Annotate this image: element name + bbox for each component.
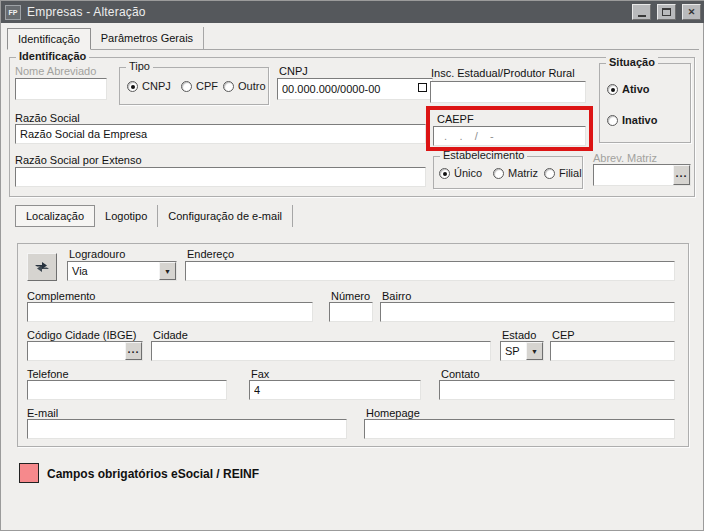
radio-icon: [493, 168, 504, 179]
radio-tipo-outro[interactable]: Outro: [223, 80, 266, 92]
empresas-window: FP Empresas - Alteração ✕ Identificação …: [0, 0, 704, 531]
chevron-down-icon[interactable]: ▼: [526, 342, 543, 360]
radio-estab-filial[interactable]: Filial: [544, 167, 582, 179]
insc-estadual-input[interactable]: [430, 81, 586, 103]
radio-estab-unico-label: Único: [454, 167, 482, 179]
homepage-input[interactable]: [364, 419, 675, 439]
razao-social-extenso-input[interactable]: [15, 167, 426, 187]
numero-input[interactable]: [329, 302, 373, 322]
chevron-down-icon[interactable]: ▼: [159, 262, 176, 280]
tab-identificacao[interactable]: Identificação: [7, 28, 91, 50]
nome-abreviado-input[interactable]: [15, 78, 107, 100]
radio-situacao-ativo-label: Ativo: [622, 83, 650, 95]
complemento-input[interactable]: [27, 302, 313, 322]
endereco-label: Endereço: [187, 248, 234, 260]
radio-icon: [544, 168, 555, 179]
logradouro-label: Logradouro: [69, 248, 125, 260]
radio-situacao-inativo-label: Inativo: [622, 114, 657, 126]
radio-icon: [127, 81, 138, 92]
radio-icon: [223, 81, 234, 92]
estado-label: Estado: [502, 329, 536, 341]
cnpj-label: CNPJ: [279, 65, 308, 77]
endereco-input[interactable]: [185, 261, 675, 281]
fax-label: Fax: [251, 368, 269, 380]
titlebar: FP Empresas - Alteração ✕: [1, 1, 704, 23]
bairro-input[interactable]: [380, 302, 675, 322]
radio-tipo-cpf[interactable]: CPF: [181, 80, 218, 92]
cnpj-input[interactable]: [277, 78, 433, 100]
contato-input[interactable]: [439, 380, 675, 400]
minimize-icon: [638, 15, 646, 17]
maximize-button[interactable]: [657, 4, 676, 20]
situacao-groupbox: Situação: [599, 63, 691, 143]
radio-tipo-cnpj-label: CNPJ: [142, 80, 171, 92]
radio-situacao-inativo[interactable]: Inativo: [607, 114, 657, 126]
codigo-cidade-value[interactable]: [28, 342, 125, 360]
telefone-input[interactable]: [27, 380, 227, 400]
radio-icon: [439, 168, 450, 179]
radio-tipo-cnpj[interactable]: CNPJ: [127, 80, 171, 92]
logradouro-value: Via: [68, 262, 159, 280]
cidade-label: Cidade: [153, 329, 188, 341]
email-label: E-mail: [27, 407, 58, 419]
numero-label: Número: [331, 290, 370, 302]
tab-localizacao[interactable]: Localização: [15, 205, 95, 227]
mask-indicator-icon: [418, 83, 427, 92]
tab-configuracao-email[interactable]: Configuração de e-mail: [158, 205, 293, 227]
radio-icon: [607, 84, 618, 95]
logradouro-combobox[interactable]: Via ▼: [67, 261, 177, 281]
abrev-matriz-label: Abrev. Matriz: [593, 152, 657, 164]
radio-estab-matriz-label: Matriz: [508, 167, 538, 179]
estado-combobox[interactable]: SP ▼: [500, 341, 544, 361]
situacao-group-title: Situação: [606, 56, 658, 68]
swap-arrows-icon: [33, 260, 51, 274]
codigo-cidade-field: ...: [27, 341, 143, 361]
radio-estab-filial-label: Filial: [559, 167, 582, 179]
codigo-cidade-browse-button[interactable]: ...: [125, 342, 142, 360]
telefone-label: Telefone: [27, 368, 69, 380]
bairro-label: Bairro: [382, 290, 411, 302]
identificacao-group-title: Identificação: [16, 50, 89, 62]
app-icon: FP: [5, 5, 21, 20]
complemento-label: Complemento: [27, 290, 95, 302]
sub-tabstrip: Localização Logotipo Configuração de e-m…: [15, 205, 293, 227]
window-title: Empresas - Alteração: [27, 5, 146, 19]
homepage-label: Homepage: [366, 407, 420, 419]
fax-input[interactable]: [249, 380, 421, 400]
cidade-input[interactable]: [151, 341, 491, 361]
close-icon: ✕: [688, 8, 696, 17]
radio-tipo-cpf-label: CPF: [196, 80, 218, 92]
caepf-label: CAEPF: [435, 113, 476, 125]
abrev-matriz-field: ...: [593, 164, 691, 186]
tab-logotipo[interactable]: Logotipo: [95, 205, 158, 227]
maximize-icon: [662, 8, 671, 16]
caepf-input[interactable]: [433, 126, 586, 146]
tipo-group-title: Tipo: [126, 60, 153, 72]
address-swap-button[interactable]: [27, 253, 57, 281]
email-input[interactable]: [27, 419, 347, 439]
razao-social-input[interactable]: [15, 124, 426, 144]
radio-estab-matriz[interactable]: Matriz: [493, 167, 538, 179]
cep-input[interactable]: [550, 341, 675, 361]
main-tabstrip: Identificação Parâmetros Gerais: [7, 28, 699, 50]
razao-social-label: Razão Social: [15, 112, 80, 124]
estabelecimento-group-title: Estabelecimento: [440, 149, 527, 161]
codigo-cidade-label: Código Cidade (IBGE): [27, 329, 136, 341]
legend-text: Campos obrigatórios eSocial / REINF: [47, 467, 259, 481]
tab-parametros-gerais[interactable]: Parâmetros Gerais: [91, 27, 204, 49]
contato-label: Contato: [441, 368, 480, 380]
abrev-matriz-value[interactable]: [594, 165, 673, 185]
radio-tipo-outro-label: Outro: [238, 80, 266, 92]
estado-value: SP: [501, 342, 526, 360]
radio-situacao-ativo[interactable]: Ativo: [607, 83, 650, 95]
close-button[interactable]: ✕: [682, 4, 701, 20]
minimize-button[interactable]: [632, 4, 651, 20]
radio-icon: [181, 81, 192, 92]
cnpj-field-wrap: [277, 78, 433, 100]
nome-abreviado-label: Nome Abreviado: [15, 65, 96, 77]
required-field-swatch: [19, 463, 39, 483]
cep-label: CEP: [552, 329, 575, 341]
radio-estab-unico[interactable]: Único: [439, 167, 482, 179]
radio-icon: [607, 115, 618, 126]
abrev-matriz-browse-button[interactable]: ...: [673, 165, 690, 185]
